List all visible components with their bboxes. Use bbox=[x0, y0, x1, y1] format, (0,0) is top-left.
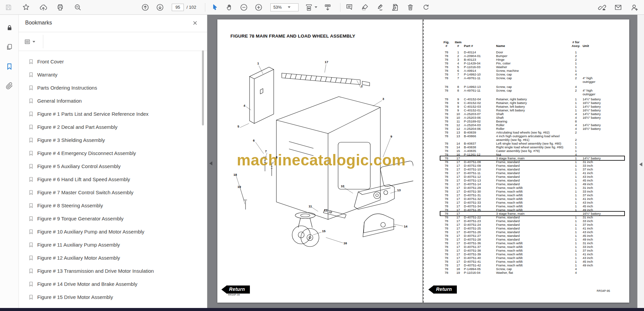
watermark: machinecatalogic.com bbox=[237, 151, 406, 169]
bookmark-item[interactable]: Figure # 12 Auxiliary Motor Assembly bbox=[19, 251, 207, 264]
bookmark-item[interactable]: Figure # 11 Auxiliary Pump Assembly bbox=[19, 238, 207, 251]
callout-label: 9 bbox=[390, 135, 392, 138]
share-link-icon[interactable] bbox=[598, 3, 606, 12]
bookmark-label: Figure # 5 Auxiliary Control Assembly bbox=[37, 163, 120, 169]
table-row: 786A-49914Screw, machine1 bbox=[440, 69, 624, 72]
page-number-input[interactable] bbox=[172, 4, 184, 11]
bookmark-item[interactable]: Figure # 5 Auxiliary Control Assembly bbox=[19, 160, 207, 173]
add-account-icon[interactable] bbox=[630, 3, 639, 12]
table-row: 7813B-40839Articulating load wheels (see… bbox=[440, 131, 624, 134]
bookmark-item[interactable]: Figure # 3 Shielding Assembly bbox=[19, 134, 207, 147]
zoom-value: 53% bbox=[273, 5, 282, 10]
attachments-icon[interactable] bbox=[0, 78, 19, 94]
callout-label: 6 bbox=[253, 139, 255, 142]
panel-title: Bookmarks bbox=[25, 20, 52, 26]
callout-label: 4 bbox=[244, 104, 246, 107]
collapse-panel-arrow[interactable] bbox=[209, 161, 212, 165]
table-row: 7818P-14994-05Screw, cap4 bbox=[440, 267, 624, 271]
table-row: 788P-14992-13Screw, cap4 bbox=[440, 85, 624, 89]
bookmark-item[interactable]: Parts Ordering Instructions bbox=[19, 81, 207, 94]
bookmark-label: Figure # 6 Hand Lift and Speed Assembly bbox=[37, 176, 130, 182]
bookmark-options-button[interactable] bbox=[23, 37, 38, 46]
redo-icon[interactable] bbox=[422, 3, 430, 12]
page-code: RR34P-95 bbox=[597, 289, 610, 293]
bookmark-icon bbox=[28, 111, 34, 117]
bookmarks-panel-icon[interactable] bbox=[0, 58, 19, 74]
zoom-in-icon[interactable] bbox=[254, 3, 263, 12]
bookmark-item[interactable]: Warranty bbox=[19, 68, 207, 81]
bookmark-item[interactable]: Figure # 8 Steering Assembly bbox=[19, 199, 207, 212]
callout-label: 13 bbox=[397, 188, 401, 192]
bookmark-label: Figure # 7 Master Control Switch Assembl… bbox=[37, 190, 133, 195]
table-row: 7810A-25203-07Shaft414½" battery bbox=[440, 112, 624, 116]
table-row: 7817D-40751-33Frame, reach w/tilt143 inc… bbox=[440, 201, 624, 204]
right-page: Fig. Item # for # # Part # Name Assy. Un… bbox=[423, 19, 629, 303]
table-row: 7817D-40751-13Frame, standard145 inch bbox=[440, 178, 624, 182]
bookmark-label: Figure # 14 Drive Motor and Brake Assemb… bbox=[37, 281, 137, 287]
return-button[interactable]: Return bbox=[221, 285, 250, 294]
table-row: 7814B-40838Right single load wheel assem… bbox=[440, 145, 624, 149]
table-row: 7812A-25204-06Roller416½" battery bbox=[440, 127, 624, 131]
table-row: 7812A-25204-03Roller414½" battery bbox=[440, 123, 624, 127]
expand-tools-arrow[interactable] bbox=[639, 162, 642, 166]
print-icon[interactable] bbox=[56, 3, 64, 12]
page-thumbnails-icon[interactable] bbox=[0, 39, 19, 55]
bookmark-item[interactable]: Figure # 15 Drive Motor Assembly bbox=[19, 291, 207, 304]
bookmark-label: Figure # 9 Torque Generator Assembly bbox=[37, 216, 123, 221]
fit-width-icon[interactable] bbox=[305, 3, 313, 12]
table-row: 78173 stage frame, main114½" battery bbox=[440, 156, 624, 160]
bookmark-item[interactable]: Figure # 6 Hand Lift and Speed Assembly bbox=[19, 173, 207, 186]
sign-icon[interactable] bbox=[375, 3, 384, 12]
table-row: 789C-40152-04Retainer, right battery114½… bbox=[440, 97, 624, 101]
page-down-icon[interactable] bbox=[156, 3, 164, 12]
email-icon[interactable] bbox=[614, 3, 623, 12]
select-tool-icon[interactable] bbox=[211, 3, 219, 12]
caret-down-icon[interactable] bbox=[315, 6, 317, 8]
return-arrow-icon bbox=[428, 285, 434, 294]
panel-scrollbar[interactable] bbox=[202, 50, 204, 125]
star-icon[interactable] bbox=[21, 3, 30, 12]
bookmark-item[interactable]: Figure # 10 Auxiliary Pump and Motor Ass… bbox=[19, 225, 207, 238]
share-upload-icon[interactable] bbox=[39, 3, 48, 12]
bookmarks-options-row bbox=[19, 32, 207, 51]
close-icon[interactable] bbox=[192, 19, 198, 26]
bookmark-item[interactable]: Figure # 13 Transmission and Drive Motor… bbox=[19, 264, 207, 277]
bookmark-item[interactable]: Figure # 4 Emergency Disconnect Assembly bbox=[19, 147, 207, 160]
table-row: 7817D-40751-41Frame, reach w/tilt145 inc… bbox=[440, 260, 624, 263]
bookmark-item[interactable]: Figure # 9 Torque Generator Assembly bbox=[19, 212, 207, 225]
hand-tool-icon[interactable] bbox=[225, 3, 234, 12]
table-row: 7817D-40751-10Frame, standard137 inch bbox=[440, 167, 624, 171]
comment-icon[interactable] bbox=[345, 3, 354, 12]
bookmarks-panel-header: Bookmarks bbox=[19, 15, 207, 32]
bookmark-item[interactable]: Figure # 2 Decal and Part Assembly bbox=[19, 120, 207, 134]
search-icon[interactable] bbox=[73, 3, 82, 12]
table-row: 7817D-40751-31Frame, reach w/tilt137 inc… bbox=[440, 193, 624, 197]
bookmark-item[interactable]: General Information bbox=[19, 94, 207, 107]
bookmark-item[interactable]: Figure # 14 Drive Motor and Brake Assemb… bbox=[19, 277, 207, 291]
table-row: 7817D-40751-29Frame, reach w/tilt131 inc… bbox=[440, 186, 624, 190]
bookmark-icon bbox=[28, 176, 34, 182]
page-scroll-icon[interactable] bbox=[323, 3, 332, 12]
zoom-level-select[interactable]: 53% bbox=[270, 3, 299, 11]
caret-down-icon bbox=[288, 6, 290, 8]
table-row: 7810A-25203-06Shaft416½" battery bbox=[440, 116, 624, 119]
bookmark-icon bbox=[28, 72, 34, 77]
bookmark-item[interactable]: Figure # 1 Parts List and Service Refere… bbox=[19, 107, 207, 120]
parts-table: Fig. Item # for # # Part # Name Assy. Un… bbox=[440, 40, 624, 274]
lock-icon[interactable] bbox=[0, 19, 19, 36]
trash-icon[interactable] bbox=[406, 3, 415, 12]
table-row: outrigger bbox=[440, 80, 624, 84]
save-icon[interactable] bbox=[4, 3, 13, 12]
table-row: 7817D-40751-32Frame, reach w/tilt141 inc… bbox=[440, 197, 624, 201]
bookmark-icon bbox=[28, 137, 34, 143]
highlighter-icon[interactable] bbox=[361, 3, 369, 12]
bookmark-item[interactable]: Figure # 7 Master Control Switch Assembl… bbox=[19, 186, 207, 199]
tools-panel-strip[interactable] bbox=[637, 15, 644, 308]
fill-and-sign-icon[interactable] bbox=[391, 3, 399, 12]
table-row: 7817D-40751-38Frame, reach w/tilt137 inc… bbox=[440, 249, 624, 252]
return-button[interactable]: Return bbox=[428, 285, 457, 294]
bookmark-label: Parts Ordering Instructions bbox=[37, 85, 97, 91]
zoom-out-icon[interactable] bbox=[239, 3, 248, 12]
page-up-icon[interactable] bbox=[141, 3, 150, 12]
bookmark-item[interactable]: Front Cover bbox=[19, 55, 207, 68]
